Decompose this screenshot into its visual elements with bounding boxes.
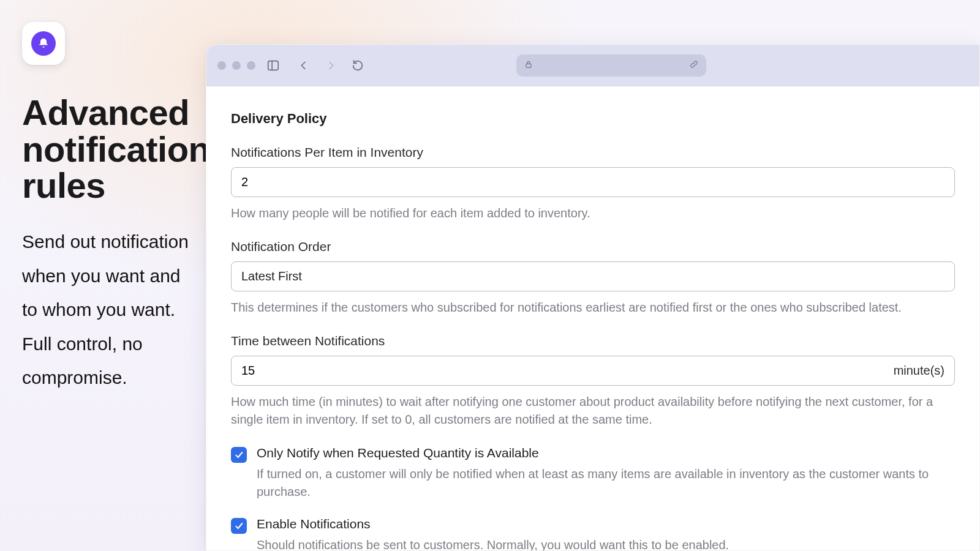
time-between-label: Time between Notifications: [231, 334, 955, 348]
enable-notifications-help: Should notifications be sent to customer…: [257, 536, 729, 551]
per-item-input[interactable]: [231, 167, 955, 197]
address-bar[interactable]: [516, 54, 706, 77]
sidebar-toggle-icon[interactable]: [266, 59, 280, 72]
time-between-unit: minute(s): [894, 364, 944, 378]
per-item-input-field[interactable]: [241, 175, 804, 189]
bell-icon: [31, 31, 56, 56]
svg-rect-2: [526, 64, 531, 67]
hero-subtitle: Send out notification when you want and …: [22, 225, 200, 395]
window-controls[interactable]: [217, 61, 255, 70]
hero-title: Advanced notification rules: [22, 94, 200, 204]
close-window-icon[interactable]: [217, 61, 226, 70]
only-requested-qty-label: Only Notify when Requested Quantity is A…: [257, 446, 955, 460]
reload-icon[interactable]: [351, 59, 364, 72]
only-requested-qty-checkbox[interactable]: [231, 447, 247, 463]
order-help: This determines if the customers who sub…: [231, 299, 955, 317]
back-icon[interactable]: [297, 59, 311, 72]
time-between-input-field[interactable]: [241, 364, 804, 378]
browser-window: Delivery Policy Notifications Per Item i…: [206, 44, 980, 551]
app-logo-tile: [22, 22, 65, 65]
enable-notifications-checkbox[interactable]: [231, 518, 247, 534]
section-title: Delivery Policy: [231, 111, 955, 127]
order-select-value: Latest First: [241, 269, 302, 283]
time-between-help: How much time (in minutes) to wait after…: [231, 393, 955, 429]
enable-notifications-label: Enable Notifications: [257, 517, 729, 531]
link-icon: [689, 59, 699, 72]
minimize-window-icon[interactable]: [232, 61, 241, 70]
order-label: Notification Order: [231, 239, 955, 254]
lock-icon: [524, 59, 533, 72]
per-item-label: Notifications Per Item in Inventory: [231, 145, 955, 160]
maximize-window-icon[interactable]: [247, 61, 255, 70]
order-select[interactable]: Latest First: [231, 261, 955, 291]
svg-rect-0: [268, 61, 279, 70]
only-requested-qty-help: If turned on, a customer will only be no…: [257, 465, 955, 501]
settings-page: Delivery Policy Notifications Per Item i…: [206, 86, 979, 551]
per-item-help: How many people will be notified for eac…: [231, 204, 955, 222]
browser-toolbar: [206, 45, 979, 86]
time-between-input[interactable]: minute(s): [231, 356, 955, 386]
forward-icon: [324, 59, 337, 72]
